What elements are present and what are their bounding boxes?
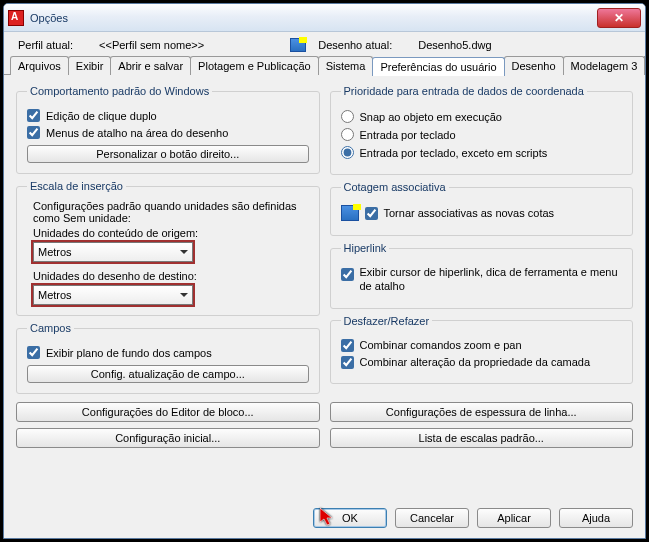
checkbox-field-bg[interactable] (27, 346, 40, 359)
tab-prefer-ncias-do-usu-rio[interactable]: Preferências do usuário (372, 57, 504, 76)
tab-sistema[interactable]: Sistema (318, 56, 374, 75)
group-coord-priority: Prioridade para entrada de dados de coor… (330, 85, 634, 175)
tab-exibir[interactable]: Exibir (68, 56, 112, 75)
dwg-icon (290, 38, 306, 52)
group-hyperlink: Hiperlink Exibir cursor de hiperlink, di… (330, 242, 634, 309)
label-running-osnap: Snap ao objeto em execução (360, 111, 503, 123)
label-source-units: Unidades do conteúdo de origem: (33, 227, 309, 239)
profile-header: Perfil atual: <<Perfil sem nome>> Desenh… (4, 32, 645, 56)
label-dblclick: Edição de clique duplo (46, 110, 157, 122)
tab-content: Comportamento padrão do Windows Edição d… (4, 74, 645, 502)
checkbox-dblclick[interactable] (27, 109, 40, 122)
app-icon (8, 10, 24, 26)
dialog-footer: OK Cancelar Aplicar Ajuda (4, 502, 645, 538)
drawing-value: Desenho5.dwg (418, 39, 491, 51)
group-fields: Campos Exibir plano de fundo dos campos … (16, 322, 320, 394)
close-button[interactable]: ✕ (597, 8, 641, 28)
group-win-behavior: Comportamento padrão do Windows Edição d… (16, 85, 320, 174)
legend-undo-redo: Desfazer/Refazer (341, 315, 433, 327)
legend-win-behavior: Comportamento padrão do Windows (27, 85, 212, 97)
legend-insert-scale: Escala de inserção (27, 180, 126, 192)
radio-keyboard-except-scripts[interactable] (341, 146, 354, 159)
select-target-value: Metros (38, 289, 72, 301)
drawing-label: Desenho atual: (318, 39, 392, 51)
legend-hyperlink: Hiperlink (341, 242, 390, 254)
button-scale-list[interactable]: Lista de escalas padrão... (330, 428, 634, 448)
insert-scale-desc: Configurações padrão quando unidades são… (33, 200, 309, 224)
select-source-value: Metros (38, 246, 72, 258)
profile-label: Perfil atual: (18, 39, 73, 51)
label-field-bg: Exibir plano de fundo dos campos (46, 347, 212, 359)
cancel-button[interactable]: Cancelar (395, 508, 469, 528)
checkbox-shortcut-menus[interactable] (27, 126, 40, 139)
checkbox-assoc-dims[interactable] (365, 207, 378, 220)
label-keyboard: Entrada por teclado (360, 129, 456, 141)
button-field-update[interactable]: Config. atualização de campo... (27, 365, 309, 383)
dwg-icon (341, 205, 359, 221)
label-combine-zoom-pan: Combinar comandos zoom e pan (360, 339, 522, 351)
button-initial-setup[interactable]: Configuração inicial... (16, 428, 320, 448)
button-block-editor-settings[interactable]: Configurações do Editor de bloco... (16, 402, 320, 422)
help-button[interactable]: Ajuda (559, 508, 633, 528)
label-combine-layer-prop: Combinar alteração da propriedade da cam… (360, 356, 591, 368)
legend-coord-priority: Prioridade para entrada de dados de coor… (341, 85, 587, 97)
checkbox-hyperlink-cursor[interactable] (341, 268, 354, 281)
options-dialog: Opções ✕ Perfil atual: <<Perfil sem nome… (3, 3, 646, 539)
titlebar: Opções ✕ (4, 4, 645, 32)
tab-modelagem-3[interactable]: Modelagem 3 (563, 56, 646, 75)
radio-keyboard[interactable] (341, 128, 354, 141)
label-shortcut-menus: Menus de atalho na área do desenho (46, 127, 228, 139)
ok-button[interactable]: OK (313, 508, 387, 528)
button-lineweight-settings[interactable]: Configurações de espessura de linha... (330, 402, 634, 422)
profile-value: <<Perfil sem nome>> (99, 39, 204, 51)
group-undo-redo: Desfazer/Refazer Combinar comandos zoom … (330, 315, 634, 384)
group-assoc-dim: Cotagem associativa Tornar associativas … (330, 181, 634, 236)
legend-fields: Campos (27, 322, 74, 334)
tab-plotagem-e-publica-o[interactable]: Plotagem e Publicação (190, 56, 319, 75)
label-target-units: Unidades do desenho de destino: (33, 270, 309, 282)
label-keyboard-except: Entrada por teclado, exceto em scripts (360, 147, 548, 159)
window-title: Opções (30, 12, 597, 24)
checkbox-combine-layer-prop[interactable] (341, 356, 354, 369)
select-source-units[interactable]: Metros (33, 242, 193, 262)
tab-desenho[interactable]: Desenho (504, 56, 564, 75)
label-hyperlink-cursor: Exibir cursor de hiperlink, dica de ferr… (360, 266, 623, 294)
checkbox-combine-zoom-pan[interactable] (341, 339, 354, 352)
button-right-click-custom[interactable]: Personalizar o botão direito... (27, 145, 309, 163)
select-target-units[interactable]: Metros (33, 285, 193, 305)
group-insert-scale: Escala de inserção Configurações padrão … (16, 180, 320, 316)
radio-running-osnap[interactable] (341, 110, 354, 123)
legend-assoc-dim: Cotagem associativa (341, 181, 449, 193)
tab-arquivos[interactable]: Arquivos (10, 56, 69, 75)
tabs: ArquivosExibirAbrir e salvarPlotagem e P… (4, 56, 645, 75)
label-assoc-dims: Tornar associativas as novas cotas (384, 207, 555, 219)
apply-button[interactable]: Aplicar (477, 508, 551, 528)
tab-abrir-e-salvar[interactable]: Abrir e salvar (110, 56, 191, 75)
